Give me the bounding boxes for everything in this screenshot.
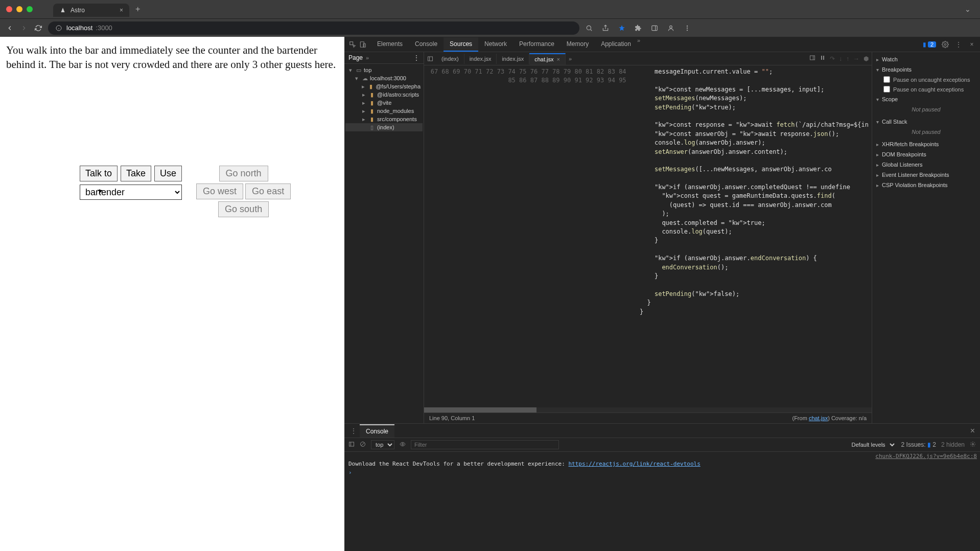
navigator-more-icon[interactable]: » [366, 55, 369, 61]
file-tab[interactable]: (index) [436, 54, 464, 64]
search-icon[interactable] [585, 24, 594, 33]
new-tab-button[interactable]: + [135, 5, 140, 14]
pause-uncaught-checkbox[interactable]: Pause on uncaught exceptions [872, 75, 980, 84]
console-sidebar-toggle-icon[interactable] [348, 441, 355, 449]
settings-gear-icon[interactable] [941, 40, 949, 49]
device-toggle-icon[interactable] [359, 40, 367, 49]
target-select[interactable]: bartender [80, 185, 182, 200]
tree-folder[interactable]: ▸▮@fs/Users/stepha [345, 82, 423, 90]
minimize-window-button[interactable] [16, 6, 22, 12]
go-east-button[interactable]: Go east [245, 183, 291, 199]
tab-memory[interactable]: Memory [561, 37, 595, 52]
step-over-icon[interactable]: ↷ [830, 55, 835, 62]
editor-horizontal-scrollbar[interactable] [424, 407, 872, 412]
drawer-kebab-icon[interactable]: ⋮ [347, 427, 360, 434]
bookmark-star-icon[interactable] [617, 24, 626, 33]
hidden-messages[interactable]: 2 hidden [941, 441, 965, 448]
traffic-lights [6, 6, 33, 12]
file-tab-active[interactable]: chat.jsx× [529, 53, 566, 65]
drawer-tab-console[interactable]: Console [360, 424, 394, 438]
reload-icon[interactable] [34, 24, 43, 33]
section-breakpoints[interactable]: ▾Breakpoints [872, 64, 980, 75]
use-button[interactable]: Use [154, 166, 182, 181]
pause-caught-checkbox[interactable]: Pause on caught exceptions [872, 84, 980, 94]
step-icon[interactable]: → [853, 55, 859, 62]
devtools-close-icon[interactable]: × [968, 40, 976, 49]
tree-folder[interactable]: ▸▮@vite [345, 99, 423, 107]
drawer-close-icon[interactable]: × [968, 426, 977, 435]
close-window-button[interactable] [6, 6, 12, 12]
log-source-link[interactable]: chunk-DFKQJ226.js?v=9e6b4e8c:8 [875, 453, 977, 460]
console-prompt[interactable]: › [347, 468, 977, 477]
deactivate-breakpoints-icon[interactable]: ⬢ [864, 55, 869, 62]
tree-file-index[interactable]: ▸▯(index) [345, 123, 423, 131]
console-settings-icon[interactable] [970, 441, 976, 449]
toggle-sidebar-icon[interactable] [809, 55, 815, 62]
svg-rect-20 [823, 56, 824, 60]
step-out-icon[interactable]: ↑ [846, 55, 849, 62]
react-devtools-link[interactable]: https://reactjs.org/link/react-devtools [568, 461, 700, 467]
section-event-listener-breakpoints[interactable]: ▸Event Listener Breakpoints [872, 170, 980, 180]
forward-icon[interactable] [19, 24, 29, 33]
inspect-element-icon[interactable] [348, 40, 357, 49]
clear-console-icon[interactable] [360, 441, 366, 449]
tree-origin[interactable]: ▾☁localhost:3000 [345, 74, 423, 82]
share-icon[interactable] [601, 24, 610, 33]
address-bar[interactable]: localhost:3000 [48, 21, 579, 35]
sidepanel-icon[interactable] [650, 24, 659, 33]
section-dom-breakpoints[interactable]: ▸DOM Breakpoints [872, 149, 980, 159]
tree-top[interactable]: ▾▭top [345, 66, 423, 74]
section-scope[interactable]: ▾Scope [872, 94, 980, 104]
issues-badge[interactable]: ▮ 2 [923, 41, 936, 48]
section-csp-breakpoints[interactable]: ▸CSP Violation Breakpoints [872, 180, 980, 190]
log-levels-select[interactable]: Default levels [848, 441, 896, 449]
file-tab[interactable]: index.jsx [464, 54, 497, 64]
talk-to-button[interactable]: Talk to [80, 166, 118, 181]
devtools-kebab-icon[interactable]: ⋮ [954, 40, 963, 49]
debug-pause-icon[interactable] [820, 55, 826, 62]
file-tree[interactable]: ▾▭top ▾☁localhost:3000 ▸▮@fs/Users/steph… [344, 64, 424, 423]
code-editor[interactable]: 67 68 69 70 71 72 73 74 75 76 77 78 79 8… [424, 65, 872, 407]
maximize-window-button[interactable] [27, 6, 33, 12]
tab-application[interactable]: Application [595, 37, 637, 52]
toggle-navigator-icon[interactable] [424, 56, 436, 62]
section-xhr-breakpoints[interactable]: ▸XHR/fetch Breakpoints [872, 139, 980, 149]
console-issues-label[interactable]: 2 Issues: ▮ 2 [901, 441, 936, 448]
close-file-icon[interactable]: × [557, 56, 560, 62]
tab-performance[interactable]: Performance [513, 37, 561, 52]
live-expression-icon[interactable] [400, 441, 406, 449]
site-info-icon[interactable] [54, 24, 63, 33]
go-west-button[interactable]: Go west [196, 183, 243, 199]
navigator-tab-page[interactable]: Page [348, 54, 363, 61]
file-tab[interactable]: index.jsx [497, 54, 529, 64]
tab-network[interactable]: Network [478, 37, 513, 52]
browser-tab[interactable]: Astro × [53, 4, 129, 17]
tab-sources[interactable]: Sources [444, 37, 478, 52]
tab-console[interactable]: Console [409, 37, 444, 52]
console-filter-input[interactable] [411, 440, 559, 449]
take-button[interactable]: Take [121, 166, 151, 181]
tree-folder[interactable]: ▸▮node_modules [345, 107, 423, 115]
console-drawer: ⋮ Console × top Default levels 2 Issues:… [344, 423, 980, 551]
tree-folder[interactable]: ▸▮@id/astro:scripts [345, 90, 423, 99]
more-tabs-icon[interactable]: » [637, 37, 640, 52]
tabs-chevron-icon[interactable]: ⌄ [965, 5, 971, 13]
source-origin-link[interactable]: chat.jsx [809, 415, 828, 421]
go-north-button[interactable]: Go north [219, 166, 268, 181]
tree-folder[interactable]: ▸▮src/components [345, 115, 423, 123]
close-tab-icon[interactable]: × [120, 7, 123, 14]
navigator-kebab-icon[interactable]: ⋮ [413, 54, 419, 61]
section-global-listeners[interactable]: ▸Global Listeners [872, 159, 980, 170]
step-into-icon[interactable]: ↓ [839, 55, 842, 62]
more-files-icon[interactable]: » [566, 56, 575, 62]
account-icon[interactable] [666, 24, 675, 33]
section-callstack[interactable]: ▾Call Stack [872, 117, 980, 127]
extensions-icon[interactable] [634, 24, 643, 33]
tab-elements[interactable]: Elements [371, 37, 409, 52]
go-south-button[interactable]: Go south [218, 201, 269, 217]
kebab-menu-icon[interactable] [683, 24, 692, 33]
section-watch[interactable]: ▸Watch [872, 54, 980, 64]
console-context-select[interactable]: top [371, 440, 394, 449]
svg-point-26 [972, 443, 974, 445]
back-icon[interactable] [5, 24, 14, 33]
